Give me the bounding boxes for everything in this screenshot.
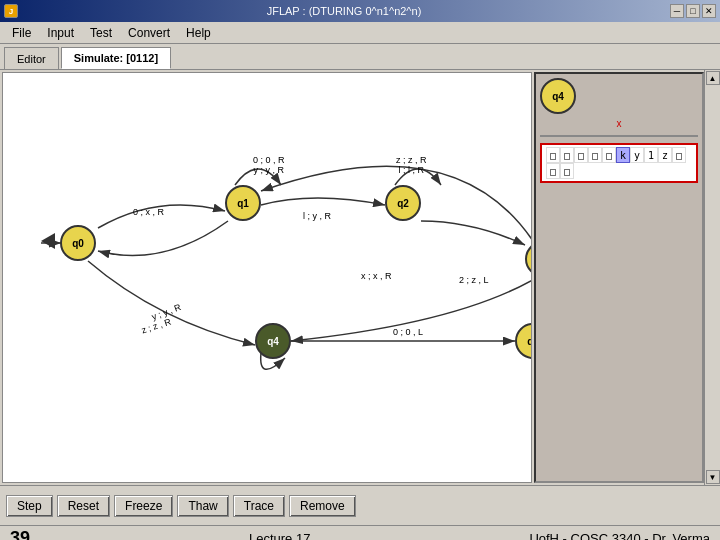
tab-bar: Editor Simulate: [0112] <box>0 44 720 70</box>
state-q3[interactable]: q3 <box>525 241 532 277</box>
tape-char-3: □ <box>588 147 602 163</box>
thaw-button[interactable]: Thaw <box>177 495 228 517</box>
simulation-panel: q4 x □ □ □ □ □ k y 1 z □ □ □ <box>534 72 704 483</box>
menu-help[interactable]: Help <box>178 25 219 41</box>
trans-label-q4-q5: 0 ; 0 , L <box>393 327 423 337</box>
tape-char-4: □ <box>602 147 616 163</box>
trans-label-q1-q2: l ; y , R <box>303 211 331 221</box>
minimize-button[interactable]: ─ <box>670 4 684 18</box>
state-q2[interactable]: q2 <box>385 185 421 221</box>
state-q4[interactable]: q4 <box>255 323 291 359</box>
tape-char-11: □ <box>560 163 574 179</box>
tape-char-7: 1 <box>644 147 658 163</box>
tab-editor[interactable]: Editor <box>4 47 59 69</box>
state-q5[interactable]: q5 <box>515 323 532 359</box>
main-area: q0 q1 q2 q3 q4 q5 0 ; x , R 0 ; 0 , Ry ;… <box>0 70 720 485</box>
menu-file[interactable]: File <box>4 25 39 41</box>
close-button[interactable]: ✕ <box>702 4 716 18</box>
menu-test[interactable]: Test <box>82 25 120 41</box>
trace-button[interactable]: Trace <box>233 495 285 517</box>
menu-input[interactable]: Input <box>39 25 82 41</box>
trans-label-q2-loop: z ; z , Rl ; l , R <box>396 155 427 175</box>
transitions-svg <box>3 73 531 482</box>
menu-convert[interactable]: Convert <box>120 25 178 41</box>
canvas-area[interactable]: q0 q1 q2 q3 q4 q5 0 ; x , R 0 ; 0 , Ry ;… <box>2 72 532 483</box>
step-button[interactable]: Step <box>6 495 53 517</box>
sim-tape: □ □ □ □ □ k y 1 z □ □ □ <box>540 143 698 183</box>
tape-char-5: k <box>616 147 630 163</box>
restore-button[interactable]: □ <box>686 4 700 18</box>
footer: 39 Lecture 17 UofH - COSC 3340 - Dr. Ver… <box>0 525 720 540</box>
window-title: JFLAP : (DTURING 0^n1^n2^n) <box>18 5 670 17</box>
sim-current-state: q4 <box>540 78 576 114</box>
title-bar: J JFLAP : (DTURING 0^n1^n2^n) ─ □ ✕ <box>0 0 720 22</box>
tape-char-10: □ <box>546 163 560 179</box>
tape-char-9: □ <box>672 147 686 163</box>
state-q1[interactable]: q1 <box>225 185 261 221</box>
app-icon-area: J <box>0 4 18 18</box>
trans-label-q0-q1: 0 ; x , R <box>133 207 164 217</box>
window-controls[interactable]: ─ □ ✕ <box>670 4 720 18</box>
button-bar: Step Reset Freeze Thaw Trace Remove <box>0 485 720 525</box>
tab-simulate[interactable]: Simulate: [0112] <box>61 47 171 69</box>
trans-label-q3-q4-2z: 2 ; z , L <box>459 275 489 285</box>
freeze-button[interactable]: Freeze <box>114 495 173 517</box>
trans-label-q1-loop: 0 ; 0 , Ry ; y , R <box>253 155 285 175</box>
tape-char-2: □ <box>574 147 588 163</box>
scrollbar[interactable]: ▲ ▼ <box>704 70 720 485</box>
initial-marker <box>41 233 55 249</box>
lecture-label: Lecture 17 <box>249 531 310 541</box>
trans-label-q3-q4-x: x ; x , R <box>361 271 392 281</box>
scroll-up-button[interactable]: ▲ <box>706 71 720 85</box>
sim-divider <box>540 135 698 137</box>
sim-x-indicator: x <box>540 118 698 129</box>
app-icon: J <box>4 4 18 18</box>
slide-number: 39 <box>10 528 30 541</box>
course-label: UofH - COSC 3340 - Dr. Verma <box>529 531 710 541</box>
remove-button[interactable]: Remove <box>289 495 356 517</box>
tape-char-0: □ <box>546 147 560 163</box>
tape-char-8: z <box>658 147 672 163</box>
menu-bar: File Input Test Convert Help <box>0 22 720 44</box>
tape-char-6: y <box>630 147 644 163</box>
state-q0[interactable]: q0 <box>60 225 96 261</box>
reset-button[interactable]: Reset <box>57 495 110 517</box>
scroll-down-button[interactable]: ▼ <box>706 470 720 484</box>
tape-char-1: □ <box>560 147 574 163</box>
